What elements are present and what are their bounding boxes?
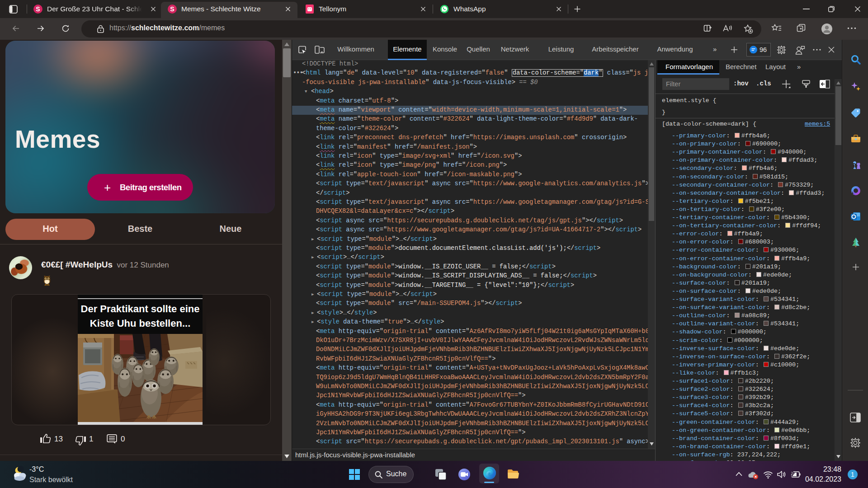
svg-text:Der Praktikant sollte eine: Der Praktikant sollte eine bbox=[81, 303, 200, 314]
svg-text:Kiste Uhu bestellen...: Kiste Uhu bestellen... bbox=[90, 318, 191, 329]
